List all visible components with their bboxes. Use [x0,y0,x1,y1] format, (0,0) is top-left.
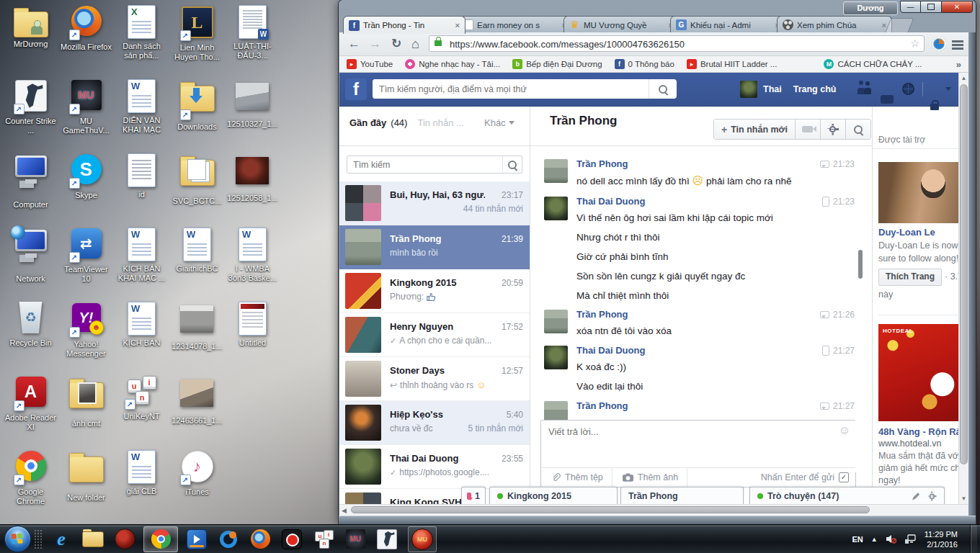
volume-muted-icon[interactable] [886,534,897,544]
home-link[interactable]: Trang chủ [793,84,837,94]
home-icon[interactable]: ⌂ [411,35,419,53]
taskbar-media-player[interactable] [186,529,208,550]
desktop-icon-giaithichbc[interactable]: GiaithichBC [169,227,225,301]
browser-tab-khieu-nai[interactable]: G Khiếu nại - Admi × [670,16,785,33]
message-author[interactable]: Trần Phong [576,308,856,321]
search-button[interactable] [502,156,522,173]
scrollbar-thumb[interactable] [351,506,870,513]
desktop-icon-skype[interactable]: SSkype [58,153,114,227]
desktop-icon-itunes[interactable]: iTunes [169,449,225,523]
search-button[interactable] [649,79,677,99]
ad-image[interactable] [878,324,958,421]
bookmark-star-icon[interactable]: ☆ [910,37,919,49]
chat-tab-kingkong[interactable]: Kingkong 2015 [489,487,618,504]
conversation-row-henry-nguyen[interactable]: Henry Nguyen 17:52 ✓A chọn cho e cái quầ… [339,313,530,357]
back-icon[interactable]: ← [348,35,360,53]
language-indicator[interactable]: EN [852,535,863,544]
show-desktop-button[interactable] [970,525,977,553]
forward-icon[interactable]: → [369,35,381,53]
desktop-icon-counter-strike[interactable]: Counter Strike ... [3,78,58,153]
scroll-down-arrow[interactable]: ▼ [959,495,968,502]
start-button[interactable] [4,526,31,552]
facebook-search[interactable] [373,79,677,99]
bookmark-brutal-hiit[interactable]: ▸Brutal HIIT Ladder ... [687,59,778,69]
conversation-search-input[interactable] [347,156,502,173]
close-button[interactable]: ✕ [941,1,973,13]
taskbar-mu-gamethu[interactable]: MU [344,529,366,550]
profile-link[interactable]: Thai [763,84,782,94]
conversation-row-thai-dai-duong[interactable]: Thai Dai Duong 23:55 ✓https://photos.goo… [339,445,530,489]
desktop-icon-svc-bctc[interactable]: SVC_BCTC... [169,153,225,227]
tab-close-icon[interactable]: × [453,21,460,30]
desktop-icon-anh-cmt[interactable]: ảnh cmt [58,375,114,449]
desktop-icon-untitled[interactable]: Untitled [225,301,280,375]
scroll-up-arrow[interactable]: ▲ [959,75,968,81]
message-author[interactable]: Thai Dai Duong [576,195,856,208]
facebook-search-input[interactable] [373,79,649,99]
desktop-icon-wmba[interactable]: I - WMBA 3on3 Baske... [225,227,280,301]
maximize-button[interactable] [921,1,941,13]
ad-link[interactable]: 48h Vàng - Rộn Ràng [878,426,958,437]
desktop-icon-network[interactable]: Network [3,227,58,301]
tab-messages[interactable]: Tin nhắn ... [417,117,464,128]
url-input[interactable] [448,36,898,53]
bookmark-youtube[interactable]: ▸YouTube [347,59,393,69]
desktop-icon-dien-van[interactable]: DIỄN VĂN KHAI MẠC [114,78,169,153]
gear-icon[interactable] [927,492,936,500]
message-author[interactable]: Trần Phong [576,158,856,171]
conversation-row-stoner-days[interactable]: Stoner Days 12:57 ↩thỉnh thoảng vào rs☺ [339,357,530,401]
taskbar-firefox[interactable] [249,529,271,550]
taskbar-coc-coc[interactable] [218,529,239,550]
ad-link[interactable]: Duy-Loan Le [878,227,935,238]
taskbar-counter-strike[interactable] [376,529,398,550]
conversation-search[interactable] [347,156,522,174]
bookmark-cach-chua[interactable]: MCÁCH CHỮA CHẢY ... [824,59,922,69]
facebook-logo[interactable]: f [345,78,367,100]
taskbar-windows-explorer[interactable] [82,529,104,550]
minimize-button[interactable]: — [900,1,921,13]
browser-profile-button[interactable]: Dương [843,1,898,15]
desktop-icon-photo-12314078[interactable]: 12314078_1... [169,301,225,375]
conversation-row-kingkong-2015[interactable]: Kingkong 2015 20:59 Phương: [339,269,530,313]
browser-tab-facebook[interactable]: f Trần Phong - Tin × [343,16,466,34]
desktop-icon-mrduong[interactable]: MrDương [3,4,58,78]
friend-requests-icon[interactable] [858,84,873,94]
desktop-icon-photo-12512058[interactable]: 12512058_1... [225,153,280,227]
message-author[interactable]: Thai Dai Duong [576,344,856,357]
compose-icon[interactable] [912,493,920,500]
settings-button[interactable] [821,120,846,139]
bookmarks-overflow-chevron[interactable]: » [956,59,961,70]
taskbar-clock[interactable]: 11:29 PM 2/1/2016 [925,529,962,549]
chat-tab-tran-phong[interactable]: Trần Phong [620,487,744,504]
desktop-icon-kich-ban-khai-mac[interactable]: KỊCH BẢN KHAI MẠC ... [114,227,169,301]
desktop-icon-luat-thi-dau[interactable]: LUẬT-THI-ĐẤU-3... [225,4,280,78]
ad-image[interactable] [878,162,958,223]
desktop-icon-giai-clb[interactable]: giải CLB [114,449,169,523]
taskbar-internet-explorer[interactable]: e [50,529,72,550]
horizontal-scrollbar[interactable]: ◀ [339,504,968,516]
account-caret-icon[interactable] [945,87,951,94]
taskbar-mu-online[interactable]: MU [408,526,437,552]
reply-input[interactable] [541,421,857,472]
desktop-icon-danh-sach[interactable]: Danh sách sản phẩ... [114,4,169,78]
desktop-icon-id[interactable]: id [114,153,169,227]
desktop-icon-unikey[interactable]: uinUniKeyNT [114,375,169,449]
attach-photo-button[interactable]: Thêm ảnh [612,468,687,487]
avatar[interactable] [740,81,757,98]
taskbar-game-icon[interactable] [114,529,135,550]
bookmark-thong-bao[interactable]: f0 Thông báo [615,59,674,69]
desktop-icon-photo-12510327[interactable]: 12510327_1... [225,78,280,153]
bookmark-bep-dien[interactable]: bBếp điện Đại Dương [512,59,602,69]
chat-tab-tro-chuyen[interactable]: Trò chuyện (147) [749,487,945,504]
attach-file-button[interactable]: Thêm tệp [541,468,612,487]
video-call-button[interactable] [796,120,821,139]
network-icon[interactable] [905,534,917,544]
taskbar-unikey[interactable]: uin [313,529,334,550]
desktop-icon-google-chrome[interactable]: Google Chrome [3,449,58,523]
messages-icon[interactable] [881,95,894,104]
enter-to-send-checkbox[interactable]: ✓ [839,472,849,482]
desktop-icon-photo-12463661[interactable]: 12463661_1... [169,375,225,449]
conversation-row-hiep-keo[interactable]: Hiệp Kẹo'ss 5:40 chưa về đc 5 tin nhắn m… [339,401,530,445]
tab-other[interactable]: Khác [484,117,514,128]
desktop-icon-kich-ban[interactable]: KỊCH BẢN [114,301,169,375]
